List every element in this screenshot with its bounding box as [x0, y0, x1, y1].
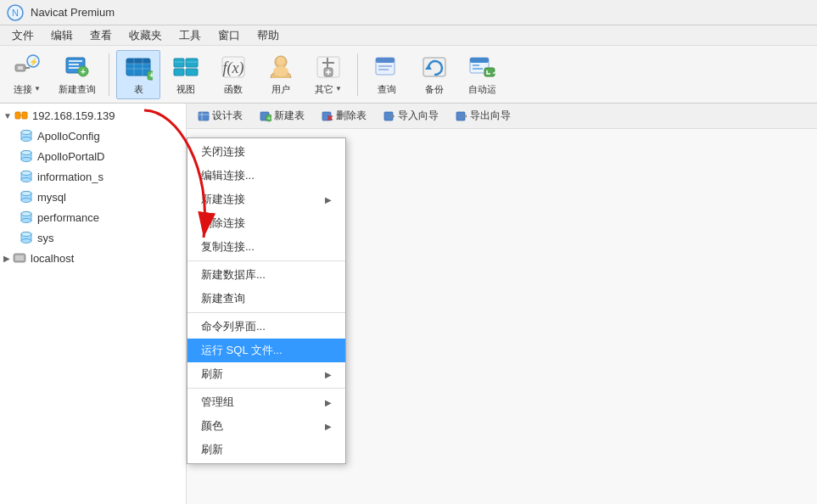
- connect-label: 连接: [14, 83, 32, 96]
- menu-help[interactable]: 帮助: [249, 26, 288, 45]
- svg-text:+: +: [149, 70, 153, 80]
- ctx-new-conn-arrow: ▶: [325, 195, 332, 204]
- svg-point-68: [21, 192, 31, 196]
- toolbar-backup-button[interactable]: 备份: [412, 50, 456, 99]
- main-area: ▼ 192.168.159.139 ApolloConfig: [0, 104, 817, 504]
- database-icon: [19, 128, 34, 143]
- export-wizard-button[interactable]: 导出向导: [450, 106, 517, 126]
- toolbar-other-button[interactable]: 其它 ▼: [306, 50, 350, 99]
- toolbar-sep1: [109, 53, 109, 96]
- svg-point-75: [21, 239, 31, 244]
- toolbar-connect-button[interactable]: ⚡ 连接 ▼: [5, 50, 49, 99]
- import-wizard-button[interactable]: 导入向导: [378, 106, 445, 126]
- sidebar-item-conn1[interactable]: ▼ 192.168.159.139: [0, 105, 186, 126]
- design-table-button[interactable]: 设计表: [192, 106, 249, 126]
- query-label: 查询: [378, 83, 396, 96]
- function-label: 函数: [224, 83, 243, 96]
- chevron-right-icon: ▶: [3, 254, 10, 263]
- ctx-sep1: [187, 260, 345, 261]
- svg-point-31: [273, 66, 288, 76]
- database-icon6: [19, 230, 34, 245]
- database-icon5: [19, 210, 34, 225]
- ctx-new-query2[interactable]: 新建查询: [187, 287, 345, 311]
- ctx-refresh-arrow: ▶: [325, 370, 332, 379]
- other-icon: [313, 53, 344, 81]
- table-icon: +: [123, 53, 154, 81]
- svg-point-64: [21, 171, 31, 176]
- menu-window[interactable]: 窗口: [210, 26, 249, 45]
- sidebar-information-label: information_s: [37, 171, 104, 183]
- svg-rect-21: [174, 59, 184, 67]
- chevron-open-icon: ▼: [3, 111, 12, 120]
- query-icon: [372, 53, 402, 81]
- delete-table-button[interactable]: 删除表: [316, 106, 372, 126]
- toolbar-table-button[interactable]: + 表: [116, 50, 160, 99]
- ctx-refresh[interactable]: 刷新 ▶: [187, 362, 345, 386]
- ctx-color[interactable]: 颜色 ▶: [187, 414, 345, 438]
- ctx-close-conn[interactable]: 关闭连接: [187, 140, 345, 164]
- svg-rect-78: [15, 255, 24, 260]
- svg-text:✓: ✓: [492, 69, 496, 76]
- sidebar-item-performance[interactable]: performance: [0, 207, 186, 227]
- svg-rect-47: [473, 68, 483, 70]
- svg-rect-3: [18, 66, 23, 70]
- menu-bar: 文件 编辑 查看 收藏夹 工具 窗口 帮助: [0, 25, 817, 46]
- toolbar-query-button[interactable]: 查询: [365, 50, 409, 99]
- sidebar-performance-label: performance: [37, 211, 99, 224]
- toolbar-autorun-button[interactable]: ✓ 自动运: [460, 50, 504, 99]
- view-label: 视图: [176, 83, 195, 96]
- svg-text:f(x): f(x): [223, 59, 244, 77]
- new-table-button[interactable]: + 新建表: [254, 106, 311, 126]
- view-icon: [171, 53, 201, 81]
- ctx-delete-conn[interactable]: 删除连接: [187, 211, 345, 235]
- menu-edit[interactable]: 编辑: [42, 26, 81, 45]
- svg-text:+: +: [81, 67, 86, 76]
- autorun-icon: ✓: [467, 53, 497, 81]
- svg-rect-8: [69, 60, 82, 62]
- menu-tools[interactable]: 工具: [171, 26, 210, 45]
- sidebar-apolloportal-label: ApolloPortalD: [37, 150, 105, 163]
- toolbar: ⚡ 连接 ▼ + 新建查询: [0, 46, 817, 104]
- ctx-manage-group-arrow: ▶: [325, 398, 332, 407]
- sidebar-item-apolloportal[interactable]: ApolloPortalD: [0, 146, 186, 166]
- sidebar-item-mysql[interactable]: mysql: [0, 187, 186, 207]
- svg-rect-9: [69, 64, 79, 65]
- ctx-cmd[interactable]: 命令列界面...: [187, 315, 345, 339]
- localhost-icon: [12, 250, 27, 266]
- menu-favorites[interactable]: 收藏夹: [120, 26, 171, 45]
- toolbar-sep2: [357, 53, 358, 96]
- content-toolbar: 设计表 + 新建表 删除表: [187, 104, 817, 129]
- ctx-manage-group[interactable]: 管理组 ▶: [187, 390, 345, 414]
- menu-view[interactable]: 查看: [81, 26, 120, 45]
- ctx-new-db[interactable]: 新建数据库...: [187, 263, 345, 287]
- sidebar-item-localhost[interactable]: ▶ localhost: [0, 248, 186, 268]
- ctx-sep3: [187, 388, 345, 389]
- autorun-label: 自动运: [468, 83, 496, 96]
- sidebar-item-sys[interactable]: sys: [0, 227, 186, 248]
- menu-file[interactable]: 文件: [3, 26, 42, 45]
- toolbar-view-button[interactable]: 视图: [164, 50, 208, 99]
- database-icon4: [19, 189, 34, 204]
- context-menu: 关闭连接 编辑连接... 新建连接 ▶ 删除连接 复制连接... 新建数据库..…: [187, 137, 346, 464]
- svg-point-30: [277, 57, 285, 65]
- sidebar-item-information[interactable]: information_s: [0, 166, 186, 187]
- database-icon3: [19, 169, 34, 184]
- ctx-copy-conn[interactable]: 复制连接...: [187, 235, 345, 259]
- sidebar-item-apolloconfig[interactable]: ApolloConfig: [0, 126, 186, 146]
- ctx-refresh2[interactable]: 刷新: [187, 438, 345, 462]
- svg-rect-23: [186, 59, 198, 67]
- ctx-edit-conn[interactable]: 编辑连接...: [187, 164, 345, 188]
- svg-rect-40: [378, 65, 392, 67]
- svg-rect-79: [199, 112, 209, 120]
- toolbar-newquery-button[interactable]: + 新建查询: [53, 50, 102, 99]
- ctx-run-sql[interactable]: 运行 SQL 文件...: [187, 339, 345, 362]
- toolbar-user-button[interactable]: 用户: [259, 50, 303, 99]
- design-icon: [198, 110, 210, 122]
- title-bar: N Navicat Premium: [0, 0, 817, 25]
- toolbar-function-button[interactable]: f(x) 函数: [211, 50, 255, 99]
- other-label: 其它: [315, 83, 333, 96]
- ctx-new-conn[interactable]: 新建连接 ▶: [187, 188, 345, 211]
- newquery-icon: +: [62, 53, 92, 81]
- database-icon2: [19, 148, 34, 164]
- svg-rect-51: [22, 112, 27, 119]
